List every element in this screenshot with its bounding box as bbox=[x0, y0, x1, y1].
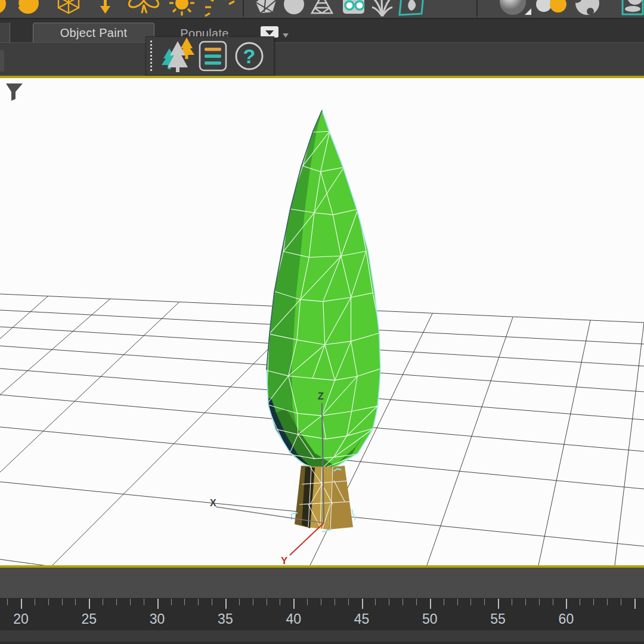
sun-icon[interactable] bbox=[169, 0, 194, 16]
toolbar-separator bbox=[243, 0, 244, 17]
frame-label: 50 bbox=[422, 611, 438, 627]
timeline-tick bbox=[307, 599, 308, 605]
panel-drag-handle[interactable] bbox=[150, 41, 152, 71]
trees-icon[interactable] bbox=[162, 38, 194, 72]
material-sphere-icon[interactable] bbox=[500, 0, 531, 15]
timeline-tick bbox=[48, 599, 49, 605]
timeline-tick bbox=[430, 599, 431, 609]
moon-blob-icon[interactable] bbox=[571, 0, 599, 15]
timeline-tick bbox=[444, 599, 444, 605]
timeline-tick bbox=[267, 599, 267, 605]
timeline-tick bbox=[7, 599, 8, 605]
timeline-tick bbox=[634, 599, 636, 609]
fire-box-icon[interactable] bbox=[400, 0, 423, 15]
help-icon[interactable]: ? bbox=[236, 43, 262, 69]
timeline-tick bbox=[362, 599, 363, 609]
tree-object[interactable] bbox=[267, 110, 381, 532]
main-toolbar bbox=[0, 0, 644, 18]
frame-label: 40 bbox=[286, 611, 301, 627]
grass-icon[interactable] bbox=[372, 0, 392, 16]
svg-text:?: ? bbox=[243, 45, 256, 67]
timeline-tick bbox=[89, 599, 90, 609]
timeline-tick bbox=[35, 599, 35, 605]
timeline-tick bbox=[184, 599, 185, 605]
timeline-tick bbox=[225, 599, 227, 609]
timeline-tick bbox=[103, 599, 103, 605]
timeline-tick bbox=[402, 599, 403, 605]
dropdown-caret-icon[interactable] bbox=[281, 30, 290, 41]
timeline-tick bbox=[280, 599, 280, 605]
timeline-tick bbox=[198, 599, 199, 605]
timeline-tick bbox=[348, 599, 349, 605]
toolbar-separator bbox=[476, 0, 478, 17]
viewport-canvas[interactable]: X Z Y bbox=[0, 78, 644, 565]
timeline-tick bbox=[512, 599, 512, 605]
binoculars-icon[interactable] bbox=[343, 0, 364, 14]
application-window: Object Paint Populate bbox=[0, 0, 644, 644]
light-rays-icon[interactable] bbox=[205, 0, 234, 16]
frame-label: 60 bbox=[559, 611, 574, 627]
down-arrow-icon[interactable] bbox=[100, 0, 110, 14]
timeline-tick bbox=[293, 599, 295, 609]
frame-label: 20 bbox=[13, 611, 29, 627]
timeline-tick bbox=[144, 599, 144, 605]
grid-line bbox=[0, 559, 48, 565]
grid-line bbox=[427, 317, 513, 565]
timeline-tick bbox=[539, 599, 540, 605]
ribbon-tab-partial[interactable] bbox=[0, 23, 10, 42]
timeline-tick bbox=[321, 599, 321, 605]
sphere-swirl-icon[interactable] bbox=[284, 0, 304, 14]
frame-label: 30 bbox=[150, 611, 165, 627]
populate-floating-toolbar: ? bbox=[145, 36, 274, 76]
timeline-tick bbox=[21, 599, 22, 609]
timeline-tick bbox=[525, 599, 526, 605]
frame-label: 25 bbox=[82, 611, 97, 627]
box-ellipse-icon[interactable] bbox=[623, 0, 643, 14]
grid-line bbox=[0, 302, 179, 472]
ribbon-panel-edge bbox=[0, 50, 4, 72]
timeline-tick bbox=[621, 599, 621, 605]
two-balls-icon[interactable] bbox=[536, 0, 566, 13]
timeline-tick bbox=[389, 599, 389, 605]
geosphere-icon[interactable] bbox=[58, 0, 79, 13]
timeline-tick bbox=[566, 599, 567, 609]
dropdown-triangle-icon bbox=[265, 30, 274, 35]
tab-object-paint[interactable]: Object Paint bbox=[33, 23, 154, 42]
tab-object-paint-label: Object Paint bbox=[60, 26, 128, 40]
viewport[interactable]: X Z Y bbox=[0, 78, 644, 565]
list-document-icon[interactable] bbox=[200, 42, 226, 70]
grid-line bbox=[0, 296, 48, 339]
time-slider-track[interactable] bbox=[0, 568, 644, 598]
timeline-tick bbox=[239, 599, 240, 605]
timeline-tick bbox=[75, 599, 76, 605]
frame-label: 55 bbox=[490, 611, 506, 627]
timeline-ruler[interactable]: 202530354045505560 bbox=[0, 598, 644, 630]
timeline-tick bbox=[130, 599, 131, 605]
partial-sphere-icon[interactable] bbox=[0, 0, 6, 14]
timeline-tick bbox=[553, 599, 553, 605]
hedra-icon[interactable] bbox=[256, 0, 276, 13]
axis-label-x: X bbox=[210, 498, 216, 508]
timeline-tick bbox=[212, 599, 212, 605]
frame-label: 45 bbox=[354, 611, 370, 627]
frame-label: 35 bbox=[218, 611, 233, 627]
timeline-tick bbox=[157, 599, 159, 609]
lattice-tower-icon[interactable] bbox=[312, 0, 332, 13]
timeline-tick bbox=[62, 599, 63, 605]
axis-label-z: Z bbox=[318, 391, 324, 401]
timeline-tick bbox=[580, 599, 580, 605]
timeline-tick bbox=[116, 599, 117, 605]
timeline-tick bbox=[607, 599, 608, 605]
timeline-tick bbox=[470, 599, 471, 605]
window-bottom-edge bbox=[0, 642, 644, 644]
butterfly-icon[interactable] bbox=[127, 0, 160, 13]
ribbon-body-collapsed bbox=[0, 42, 644, 76]
timeline-tick bbox=[593, 599, 594, 605]
sphere-slice-icon[interactable] bbox=[17, 0, 39, 14]
track-bar-lower bbox=[0, 630, 644, 642]
axis-label-y: Y bbox=[281, 555, 288, 565]
timeline-tick bbox=[498, 599, 499, 609]
timeline-tick bbox=[375, 599, 376, 605]
timeline-tick bbox=[335, 599, 335, 605]
timeline-tick bbox=[457, 599, 458, 605]
